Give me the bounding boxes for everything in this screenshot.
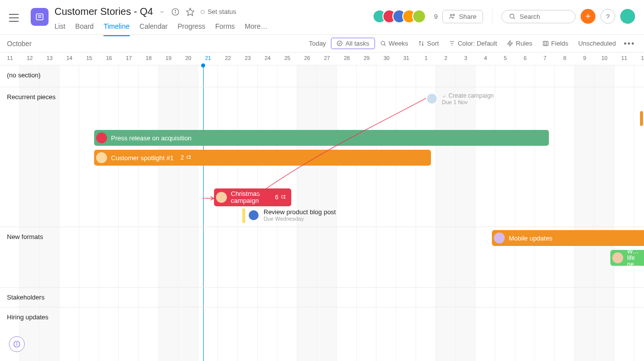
tab-list[interactable]: List <box>54 19 65 36</box>
svg-point-11 <box>337 41 342 46</box>
assignee-avatar <box>612 252 623 263</box>
subtask-count: 6 <box>275 194 286 201</box>
date-header: 29 <box>357 53 376 65</box>
date-header: 12 <box>20 53 40 65</box>
help-info-button[interactable] <box>9 336 25 352</box>
check-icon <box>442 94 447 99</box>
lightning-icon <box>507 40 513 47</box>
date-header: 10 <box>594 53 614 65</box>
date-header: 19 <box>159 53 178 65</box>
svg-point-20 <box>16 343 17 343</box>
date-header: 27 <box>317 53 337 65</box>
unscheduled-button[interactable]: Unscheduled <box>573 38 621 49</box>
date-header: 17 <box>119 53 139 65</box>
section-no-section: (no section) <box>7 71 41 79</box>
task-newsletter[interactable]: Work-life newsletter <box>610 250 644 266</box>
share-label: Share <box>459 13 477 20</box>
tab-progress[interactable]: Progress <box>177 19 205 36</box>
help-button[interactable]: ? <box>600 9 615 24</box>
all-tasks-filter[interactable]: All tasks <box>331 38 375 49</box>
svg-point-5 <box>175 10 175 10</box>
subtask-count: 2 <box>180 154 192 161</box>
task-customer-spotlight[interactable]: Customer spotlight #1 2 <box>94 150 431 166</box>
task-press-release[interactable]: Press release on acquisition <box>94 130 549 146</box>
sort-icon <box>418 40 425 47</box>
date-header: 31 <box>396 53 416 65</box>
date-header: 11 <box>0 53 20 65</box>
info-icon[interactable] <box>171 7 180 16</box>
section-new-formats: New formats <box>7 233 43 241</box>
svg-point-12 <box>381 41 385 45</box>
set-status-button[interactable]: Set status <box>201 8 236 15</box>
columns-icon <box>542 40 549 47</box>
chevron-down-icon[interactable] <box>159 9 165 15</box>
assignee-avatar <box>96 152 107 163</box>
divider <box>492 9 492 24</box>
task-review-blog[interactable]: Review product blog post Due Wednesday <box>248 208 336 222</box>
date-header: 9 <box>575 53 594 65</box>
assignee-avatar <box>494 233 505 243</box>
task-create-campaign[interactable]: Create campaign Due 1 Nov <box>426 92 494 105</box>
month-label: October <box>6 40 32 48</box>
user-avatar[interactable] <box>620 9 635 24</box>
search-placeholder: Search <box>520 13 540 20</box>
menu-toggle[interactable] <box>7 10 23 26</box>
search-input[interactable]: Search <box>501 10 576 23</box>
tab-forms[interactable]: Forms <box>215 19 235 36</box>
assignee-avatar <box>216 192 227 203</box>
date-header: 6 <box>515 53 535 65</box>
rules-button[interactable]: Rules <box>502 38 537 49</box>
date-header: 1 <box>416 53 436 65</box>
svg-rect-15 <box>543 41 548 46</box>
date-header: 7 <box>535 53 555 65</box>
date-header: 28 <box>337 53 357 65</box>
svg-point-9 <box>510 14 514 18</box>
task-label: Work-life newsletter <box>627 248 640 268</box>
member-avatars[interactable] <box>373 9 426 23</box>
task-label: Mobile updates <box>509 235 552 242</box>
tab-more[interactable]: More… <box>245 19 268 36</box>
check-circle-icon <box>336 40 343 47</box>
date-header: 30 <box>376 53 396 65</box>
tab-timeline[interactable]: Timeline <box>104 19 129 36</box>
date-header: 24 <box>258 53 277 65</box>
sort-button[interactable]: Sort <box>413 38 444 49</box>
svg-line-10 <box>514 18 515 19</box>
task-label: Review product blog post <box>264 208 336 216</box>
set-status-label: Set status <box>208 8 236 15</box>
fields-button[interactable]: Fields <box>537 38 574 49</box>
offscreen-task-indicator[interactable] <box>640 111 643 126</box>
task-christmas-campaign[interactable]: Christmas campaign 6 <box>214 188 291 206</box>
svg-marker-6 <box>186 8 194 15</box>
add-button[interactable]: + <box>581 9 595 24</box>
color-button[interactable]: Color: Default <box>444 38 502 49</box>
date-header: 22 <box>218 53 238 65</box>
project-icon <box>31 8 49 26</box>
svg-point-8 <box>453 14 455 16</box>
section-recurrent: Recurrent pieces <box>7 93 55 101</box>
date-header: 3 <box>456 53 476 65</box>
date-header: 12 <box>634 53 644 65</box>
svg-line-13 <box>384 45 385 46</box>
date-header: 25 <box>277 53 297 65</box>
task-marker[interactable] <box>242 208 245 223</box>
assignee-avatar <box>426 93 438 105</box>
date-header: 2 <box>436 53 456 65</box>
task-mobile-updates[interactable]: Mobile updates <box>492 230 644 246</box>
svg-marker-14 <box>508 41 513 46</box>
star-icon[interactable] <box>186 7 195 16</box>
date-header: 20 <box>178 53 198 65</box>
tab-board[interactable]: Board <box>75 19 94 36</box>
today-button[interactable]: Today <box>304 38 331 49</box>
date-header: 11 <box>614 53 634 65</box>
date-header: 21 <box>198 53 218 65</box>
task-due: Due 1 Nov <box>442 99 494 105</box>
task-label: Create campaign <box>442 92 494 99</box>
share-button[interactable]: Share <box>442 10 483 23</box>
zoom-weeks[interactable]: Weeks <box>375 38 414 49</box>
date-header: 15 <box>79 53 99 65</box>
tab-calendar[interactable]: Calendar <box>140 19 168 36</box>
more-actions[interactable]: ••• <box>621 39 638 48</box>
zoom-icon <box>380 40 386 47</box>
task-label: Press release on acquisition <box>111 134 192 142</box>
